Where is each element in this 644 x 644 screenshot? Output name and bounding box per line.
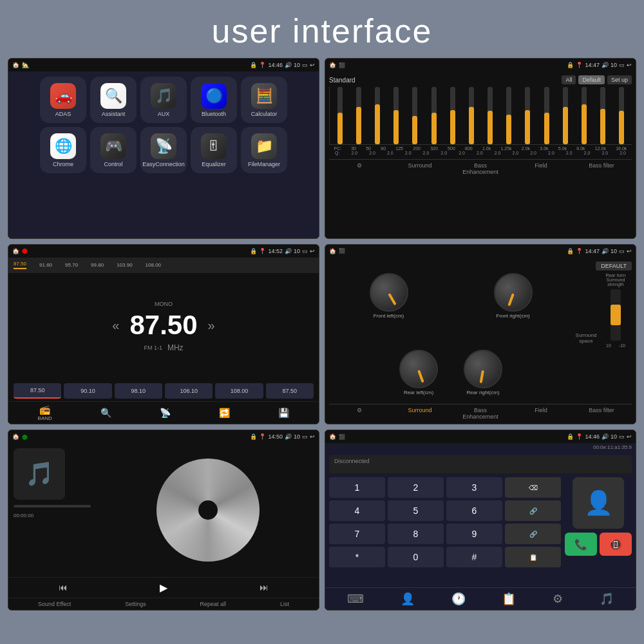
dial-3[interactable]: 3 [446, 477, 502, 498]
radio-loop-btn[interactable]: 🔁 [219, 408, 230, 418]
back-icon-4[interactable]: ↩ [627, 248, 632, 254]
eq-band-16.0k[interactable] [613, 87, 630, 144]
app-chrome[interactable]: 🌐 Chrome [40, 127, 86, 173]
home-icon-4[interactable]: 🏠 [329, 248, 336, 254]
eq-tab-bass-filter[interactable]: Bass filter [571, 162, 632, 175]
back-icon-5[interactable]: ↩ [310, 433, 315, 440]
phone-tab-history[interactable]: 🕐 [451, 592, 466, 606]
surround-tab-bass-filter[interactable]: Bass filter [571, 407, 632, 420]
dial-clipboard[interactable]: 📋 [505, 547, 561, 567]
dial-star[interactable]: * [329, 547, 385, 567]
dial-hash[interactable]: # [446, 547, 502, 567]
back-icon-2[interactable]: ↩ [627, 62, 632, 68]
music-tab-sound-effect[interactable]: Sound Effect [38, 601, 71, 607]
radio-save-btn[interactable]: 💾 [278, 408, 289, 418]
eq-band-320[interactable] [425, 87, 442, 144]
home-icon-3[interactable]: 🏠 [12, 248, 19, 254]
eq-band-50[interactable] [350, 87, 367, 144]
dial-9[interactable]: 9 [446, 524, 502, 544]
eq-band-30[interactable] [331, 87, 348, 144]
knob-fl-control[interactable] [370, 273, 408, 312]
eq-band-5.0k[interactable] [556, 87, 574, 144]
back-icon[interactable]: ↩ [310, 62, 315, 68]
surround-fader-track[interactable] [611, 289, 621, 341]
app-assistant[interactable]: 🔍 Assistant [90, 77, 137, 123]
phone-tab-dialpad[interactable]: ⌨ [347, 592, 364, 606]
dial-8[interactable]: 8 [388, 524, 444, 544]
radio-preset-4[interactable]: 106.10 [165, 383, 213, 399]
dial-link1[interactable]: 🔗 [505, 500, 561, 521]
phone-display[interactable]: Disconnected [329, 455, 632, 473]
knob-rl-control[interactable] [399, 350, 438, 388]
eq-band-2.0k[interactable] [519, 87, 536, 144]
dial-5[interactable]: 5 [388, 500, 444, 521]
music-next-btn[interactable]: ⏭ [260, 582, 269, 592]
app-easyconnection[interactable]: 📡 EasyConnection [140, 127, 187, 173]
dial-4[interactable]: 4 [329, 500, 385, 521]
music-progress-bar[interactable] [14, 505, 91, 507]
radio-preset-2[interactable]: 90.10 [64, 383, 111, 399]
phone-tab-settings[interactable]: ⚙ [553, 592, 563, 606]
radio-preset-5[interactable]: 108.00 [215, 383, 263, 399]
app-adas[interactable]: 🚗 ADAS [40, 77, 86, 123]
phone-reject-btn[interactable]: 📵 [600, 533, 632, 556]
home-icon-2[interactable]: 🏠 [329, 62, 336, 68]
app-control[interactable]: 🎮 Control [90, 127, 137, 173]
radio-preset-6[interactable]: 87.50 [266, 383, 314, 399]
app-filemanager[interactable]: 📁 FileManager [241, 127, 287, 173]
music-tab-repeat[interactable]: Repeat all [200, 601, 227, 607]
radio-preset-3[interactable]: 98.10 [115, 383, 162, 399]
surround-default-btn[interactable]: DEFAULT [596, 261, 632, 270]
eq-tab-settings[interactable]: ⚙ [329, 162, 390, 175]
dial-link2[interactable]: 🔗 [505, 524, 561, 544]
music-play-btn[interactable]: ▶ [160, 582, 167, 594]
app-bluetooth[interactable]: 🔵 Bluetooth [191, 77, 237, 123]
knob-rr-control[interactable] [464, 350, 502, 388]
surround-tab-field[interactable]: Field [511, 407, 571, 420]
eq-band-8.0k[interactable] [575, 87, 592, 144]
eq-default-btn[interactable]: Default [578, 75, 605, 84]
dial-0[interactable]: 0 [388, 547, 444, 567]
eq-band-1.0k[interactable] [482, 87, 499, 144]
music-tab-settings[interactable]: Settings [125, 601, 146, 607]
eq-band-3.0k[interactable] [538, 87, 555, 144]
eq-band-200[interactable] [406, 87, 424, 144]
home2-icon[interactable]: 🏡 [22, 62, 29, 68]
app-equalizer[interactable]: 🎚 Equalizer [191, 127, 237, 173]
surround-tab-settings[interactable]: ⚙ [329, 407, 390, 420]
home-icon-6[interactable]: 🏠 [329, 433, 336, 440]
radio-antenna-btn[interactable]: 📡 [160, 408, 171, 418]
app-aux[interactable]: 🎵 AUX [140, 77, 187, 123]
radio-preset-1[interactable]: 87.50 [14, 383, 61, 399]
music-tab-list[interactable]: List [280, 601, 289, 607]
knob-fr-control[interactable] [494, 273, 533, 312]
dial-6[interactable]: 6 [446, 500, 502, 521]
radio-scan-btn[interactable]: 🔍 [100, 408, 111, 418]
dial-7[interactable]: 7 [329, 524, 385, 544]
phone-tab-music[interactable]: 🎵 [600, 592, 614, 606]
eq-tab-bass-enh[interactable]: BassEnhancement [450, 162, 511, 175]
surround-tab-surround[interactable]: Surround [390, 407, 450, 420]
dial-2[interactable]: 2 [388, 477, 444, 498]
phone-tab-notes[interactable]: 📋 [502, 592, 516, 606]
eq-band-500[interactable] [444, 87, 461, 144]
radio-next-btn[interactable]: » [208, 318, 215, 333]
app-calculator[interactable]: 🧮 Calculator [241, 77, 287, 123]
eq-band-12.0k[interactable] [594, 87, 612, 144]
dial-1[interactable]: 1 [329, 477, 385, 498]
surround-tab-bass-enh[interactable]: BassEnhancement [450, 407, 511, 420]
radio-prev-btn[interactable]: « [112, 318, 119, 333]
music-prev-btn[interactable]: ⏮ [59, 582, 68, 592]
dial-del[interactable]: ⌫ [505, 477, 561, 498]
home-icon-5[interactable]: 🏠 [12, 433, 19, 440]
back-icon-3[interactable]: ↩ [310, 248, 315, 254]
home-icon[interactable]: 🏠 [12, 62, 19, 68]
eq-band-80[interactable] [368, 87, 386, 144]
eq-all-btn[interactable]: All [562, 75, 576, 84]
eq-band-1.25k[interactable] [500, 87, 518, 144]
phone-tab-contacts[interactable]: 👤 [401, 592, 415, 606]
eq-setup-btn[interactable]: Set up [607, 75, 632, 84]
radio-band-btn[interactable]: 📻 BAND [38, 404, 52, 421]
phone-accept-btn[interactable]: 📞 [565, 533, 597, 556]
eq-tab-field[interactable]: Field [511, 162, 571, 175]
